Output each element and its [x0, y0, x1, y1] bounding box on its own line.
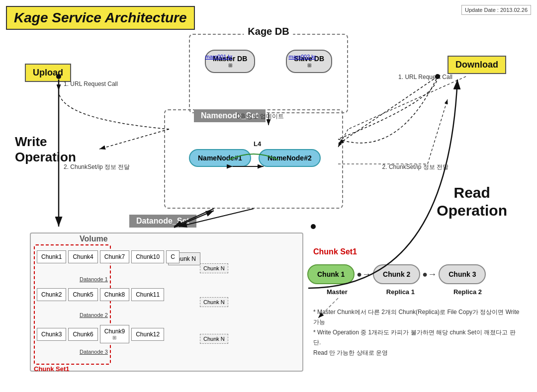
svg-point-14 — [311, 224, 316, 229]
upload-label: Upload — [33, 68, 63, 78]
chunk1-node: Chunk 1 — [307, 264, 355, 284]
read-operation-label: ReadOperation — [437, 184, 507, 220]
chunk-stacked-1: C Chunk N — [166, 250, 179, 263]
chunk-labels: Master Replica 1 Replica 2 — [307, 288, 501, 296]
chunk2-node: Chunk 2 — [373, 264, 420, 284]
chunk7: Chunk7 — [100, 250, 129, 263]
title-box: Kage Service Architecture — [6, 6, 195, 30]
chunk12: Chunk12 — [131, 328, 164, 341]
update-date: Update Date : 2013.02.26 — [461, 5, 531, 15]
note-line1: * Master Chunk에서 다른 2개의 Chunk(Replica)로 … — [313, 307, 522, 327]
upload-box: Upload — [25, 64, 71, 82]
url-request-left-label: 1. URL Request Call — [64, 80, 118, 87]
chunk3: Chunk3 — [37, 328, 66, 341]
db-update-label: DB 정보 업데이트 — [237, 112, 284, 121]
chunk3-node: Chunk 3 — [439, 264, 486, 284]
l4-label: L4 — [254, 140, 261, 148]
kage-db-label: Kage DB — [244, 26, 293, 37]
datanode-row-1: Chunk1 Chunk4 Chunk7 Chunk10 C Chunk N — [37, 250, 179, 263]
kage-db-box: Kage DB Master DB ⊞ Slave DB ⊞ — [189, 34, 348, 113]
chunk5: Chunk5 — [68, 288, 97, 301]
download-label: Download — [455, 60, 498, 70]
note-line2: * Write Operation 중 1개라도 카피가 불가하면 해당 chu… — [313, 327, 522, 348]
page-title: Kage Service Architecture — [14, 10, 187, 25]
slave-db-url: mars002.kr — [277, 54, 327, 60]
chunk-set-outline-label: Chunk Set1 — [34, 365, 70, 373]
dn1-label: Datanode 1 — [80, 276, 108, 282]
datanode-set-label: Datanode_Set — [129, 215, 196, 228]
chunk1: Chunk1 — [37, 250, 66, 263]
svg-line-15 — [348, 77, 466, 129]
chunk6: Chunk6 — [68, 328, 97, 341]
chunk9: Chunk9⊞ — [100, 325, 129, 343]
write-operation-label: WriteOperation — [15, 134, 76, 165]
dn3-label: Datanode 3 — [80, 349, 108, 355]
datanode-row-3: Chunk3 Chunk6 Chunk9⊞ Chunk12 — [37, 325, 164, 343]
chunk2: Chunk2 — [37, 288, 66, 301]
svg-line-18 — [428, 99, 448, 164]
chunkset-right-label: 2. ChunkSet/ip 정보 전달 — [382, 163, 448, 171]
chunkset-left-label: 2. ChunkSet/ip 정보 전달 — [64, 163, 130, 171]
note-line3: Read 만 가능한 상태로 운영 — [313, 348, 522, 358]
notes-area: * Master Chunk에서 다른 2개의 Chunk(Replica)로 … — [313, 307, 522, 358]
page: Kage Service Architecture Update Date : … — [0, 0, 537, 392]
replica2-label: Replica 2 — [453, 288, 482, 296]
chunk11: Chunk11 — [131, 288, 164, 301]
dn2-label: Datanode 2 — [80, 312, 108, 318]
download-box: Download — [448, 56, 506, 74]
chunk10: Chunk10 — [131, 250, 164, 263]
namenode2: NameNode#2 — [259, 149, 321, 167]
master-db-url: mars001.kr — [194, 54, 244, 60]
chunk8: Chunk8 — [100, 288, 129, 301]
arrow1: ●→ — [355, 269, 373, 280]
chunk-flow: Chunk 1 ●→ Chunk 2 ●→ Chunk 3 — [307, 264, 486, 284]
chunk-n-1: Chunk N — [200, 263, 228, 273]
svg-line-7 — [338, 77, 438, 144]
chunk-n-2: Chunk N — [200, 297, 228, 307]
chunk4: Chunk4 — [68, 250, 97, 263]
volume-label: Volume — [80, 235, 108, 243]
url-request-right-label: 1. URL Request Call — [398, 74, 452, 80]
datanode-row-2: Chunk2 Chunk5 Chunk8 Chunk11 — [37, 288, 164, 301]
namenode1: NameNode#1 — [189, 149, 251, 167]
master-label: Master — [327, 288, 348, 296]
replica1-label: Replica 1 — [386, 288, 415, 296]
chunk-set1-title: Chunk Set1 — [313, 247, 357, 256]
arrow2: ●→ — [420, 269, 439, 280]
chunk-n-3: Chunk N — [200, 334, 228, 344]
